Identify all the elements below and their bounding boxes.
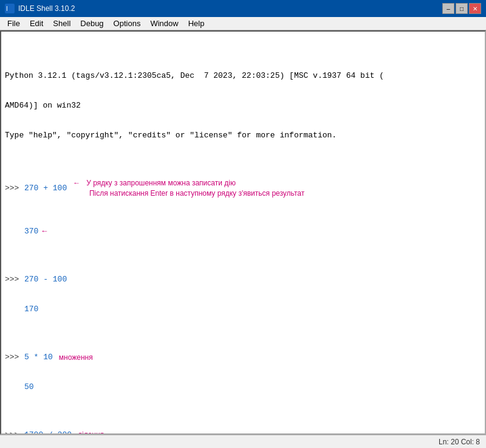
output-370: 370← xyxy=(5,226,481,238)
menu-bar: File Edit Shell Debug Options Window Hel… xyxy=(0,17,486,30)
maximize-button[interactable]: □ xyxy=(456,3,468,14)
line-1700-div-300: >>> 1700 / 300 ділення xyxy=(5,430,481,435)
title-bar: I IDLE Shell 3.10.2 – □ ✕ xyxy=(0,0,486,17)
menu-shell[interactable]: Shell xyxy=(48,18,75,29)
shell-text: Python 3.12.1 (tags/v3.12.1:2305ca5, Dec… xyxy=(5,34,481,435)
window-title: IDLE Shell 3.10.2 xyxy=(18,4,75,13)
output-50: 50 xyxy=(5,382,481,393)
menu-window[interactable]: Window xyxy=(145,18,183,29)
header-line-3: Type "help", "copyright", "credits" or "… xyxy=(5,130,481,142)
cursor-position: Ln: 20 Col: 8 xyxy=(439,438,480,446)
svg-text:I: I xyxy=(6,5,8,12)
menu-file[interactable]: File xyxy=(2,18,25,29)
header-line-2: AMD64)] on win32 xyxy=(5,100,481,112)
menu-options[interactable]: Options xyxy=(109,18,146,29)
line-270-plus-100: >>> 270 + 100 ← У рядку з запрошенням мо… xyxy=(5,178,481,199)
menu-edit[interactable]: Edit xyxy=(25,18,48,29)
menu-help[interactable]: Help xyxy=(183,18,210,29)
line-270-minus-100: >>> 270 - 100 xyxy=(5,274,481,286)
shell-output[interactable]: Python 3.12.1 (tags/v3.12.1:2305ca5, Dec… xyxy=(0,30,486,435)
menu-debug[interactable]: Debug xyxy=(75,18,108,29)
annotation-arrow-right: ← У рядку з запрошенням можна записати д… xyxy=(73,178,304,199)
header-line-1: Python 3.12.1 (tags/v3.12.1:2305ca5, Dec… xyxy=(5,71,481,82)
minimize-button[interactable]: – xyxy=(442,3,454,14)
window-controls: – □ ✕ xyxy=(442,3,481,14)
line-5-mul-10: >>> 5 * 10 множення xyxy=(5,352,481,364)
output-170: 170 xyxy=(5,304,481,315)
status-bar: Ln: 20 Col: 8 xyxy=(0,435,486,448)
app-icon: I xyxy=(5,4,15,13)
close-button[interactable]: ✕ xyxy=(469,3,481,14)
